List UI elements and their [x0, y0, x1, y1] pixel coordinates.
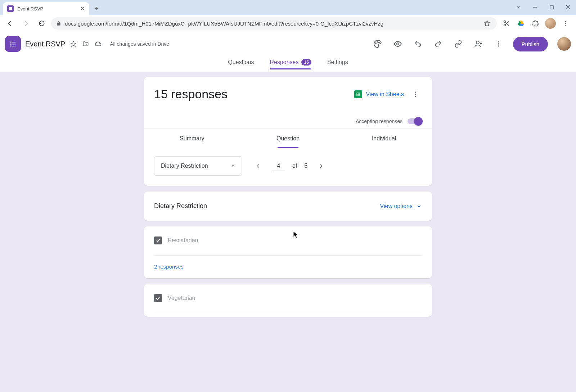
- svg-rect-20: [12, 44, 15, 45]
- publish-button[interactable]: Publish: [513, 37, 548, 51]
- question-pager: of 5: [252, 159, 328, 172]
- move-folder-icon[interactable]: [82, 40, 90, 48]
- svg-marker-5: [485, 21, 490, 26]
- subtab-summary[interactable]: Summary: [144, 129, 240, 148]
- view-options-label: View options: [380, 203, 413, 209]
- tab-favicon: [7, 5, 14, 12]
- option-responses-link[interactable]: 2 responses: [154, 256, 422, 270]
- form-tabs: Questions Responses 15 Settings: [0, 56, 576, 72]
- window-controls: [513, 2, 573, 12]
- responses-subtabs: Summary Question Individual: [144, 129, 432, 148]
- pager-of: of: [292, 163, 297, 169]
- reload-button[interactable]: [35, 17, 48, 30]
- svg-point-16: [565, 25, 566, 26]
- responses-more-button[interactable]: [409, 88, 422, 101]
- star-icon[interactable]: [69, 40, 77, 48]
- svg-point-39: [415, 96, 416, 97]
- more-menu-button[interactable]: [491, 36, 507, 52]
- accepting-responses-label: Accepting responses: [356, 118, 402, 124]
- accepting-responses-toggle[interactable]: [408, 118, 422, 124]
- url-text: docs.google.com/form/d/1Q6m_H017MiMZDgux…: [65, 21, 383, 27]
- save-status: All changes saved in Drive: [110, 41, 169, 47]
- lock-icon: [56, 21, 61, 26]
- user-avatar[interactable]: [557, 37, 571, 51]
- svg-point-37: [415, 91, 416, 93]
- pager-total: 5: [304, 163, 307, 169]
- svg-point-25: [377, 42, 378, 42]
- svg-point-38: [415, 94, 416, 95]
- tab-responses[interactable]: Responses 15: [270, 59, 311, 69]
- dropdown-caret-icon: [231, 164, 235, 168]
- pager-current-input[interactable]: [272, 161, 285, 171]
- scissors-icon[interactable]: [502, 19, 511, 28]
- option-card-pescatarian: Pescatarian 2 responses: [144, 226, 432, 278]
- bookmark-star-icon[interactable]: [484, 20, 490, 27]
- address-bar[interactable]: docs.google.com/form/d/1Q6m_H017MiMZDgux…: [51, 17, 497, 30]
- preview-button[interactable]: [390, 36, 406, 52]
- new-tab-button[interactable]: +: [91, 4, 102, 14]
- svg-point-28: [476, 41, 479, 44]
- view-in-sheets-button[interactable]: View in Sheets: [354, 90, 404, 98]
- svg-rect-21: [10, 46, 12, 47]
- svg-point-15: [565, 23, 566, 24]
- svg-point-24: [375, 43, 376, 44]
- add-collaborators-button[interactable]: [471, 36, 486, 52]
- subtab-question[interactable]: Question: [240, 129, 336, 148]
- redo-button[interactable]: [430, 36, 446, 52]
- svg-point-7: [504, 24, 506, 26]
- svg-point-27: [397, 43, 399, 45]
- forms-logo[interactable]: [5, 36, 21, 52]
- view-in-sheets-label: View in Sheets: [366, 91, 404, 98]
- undo-button[interactable]: [410, 36, 426, 52]
- window-close-button[interactable]: [563, 2, 573, 12]
- tab-responses-label: Responses: [270, 59, 298, 66]
- svg-rect-2: [550, 5, 553, 9]
- app-header: Event RSVP All changes saved in Drive Pu…: [0, 32, 576, 56]
- close-tab-icon[interactable]: ✕: [80, 5, 85, 12]
- customize-theme-button[interactable]: [370, 36, 386, 52]
- subtab-individual[interactable]: Individual: [336, 129, 432, 148]
- svg-point-6: [504, 21, 506, 23]
- svg-marker-23: [71, 41, 76, 46]
- svg-rect-17: [10, 42, 12, 43]
- back-button[interactable]: [4, 17, 17, 30]
- cloud-saved-icon[interactable]: [94, 40, 102, 48]
- question-title: Dietary Restriction: [154, 202, 207, 210]
- sheets-icon: [354, 90, 362, 98]
- question-header-card: Dietary Restriction View options: [144, 192, 432, 221]
- chrome-chevron-icon[interactable]: [513, 2, 523, 12]
- svg-point-26: [379, 42, 379, 43]
- pager-prev-button[interactable]: [252, 159, 265, 172]
- chevron-down-icon: [416, 203, 422, 209]
- svg-rect-22: [12, 46, 15, 46]
- maximize-button[interactable]: [546, 2, 557, 12]
- svg-marker-40: [232, 166, 234, 167]
- forward-button[interactable]: [19, 17, 32, 30]
- tab-settings[interactable]: Settings: [327, 59, 348, 69]
- option-label: Vegetarian: [168, 295, 195, 301]
- svg-point-14: [565, 21, 566, 22]
- minimize-button[interactable]: [530, 2, 540, 12]
- browser-tab-strip: Event RSVP ✕ +: [0, 0, 576, 15]
- extensions-icon[interactable]: [531, 19, 540, 28]
- responses-count-badge: 15: [301, 59, 311, 66]
- tab-questions[interactable]: Questions: [228, 59, 254, 69]
- svg-point-32: [498, 43, 499, 44]
- responses-summary-card: 15 responses View in Sheets Accepting re…: [144, 77, 432, 186]
- responses-title: 15 responses: [154, 87, 354, 101]
- pager-next-button[interactable]: [315, 159, 328, 172]
- doc-title[interactable]: Event RSVP: [25, 40, 65, 48]
- svg-rect-19: [10, 44, 12, 45]
- browser-tab[interactable]: Event RSVP ✕: [3, 2, 89, 15]
- question-dropdown[interactable]: Dietary Restriction: [154, 156, 242, 176]
- chrome-menu-icon[interactable]: [561, 19, 570, 28]
- browser-toolbar: docs.google.com/form/d/1Q6m_H017MiMZDgux…: [0, 15, 576, 32]
- drive-icon[interactable]: [516, 19, 526, 28]
- browser-profile-avatar[interactable]: [545, 18, 556, 29]
- tab-title: Event RSVP: [17, 6, 77, 12]
- view-options-button[interactable]: View options: [380, 203, 422, 209]
- svg-rect-18: [12, 42, 15, 42]
- content-area: 15 responses View in Sheets Accepting re…: [0, 72, 576, 322]
- copy-link-button[interactable]: [450, 36, 466, 52]
- dropdown-value: Dietary Restriction: [161, 163, 208, 169]
